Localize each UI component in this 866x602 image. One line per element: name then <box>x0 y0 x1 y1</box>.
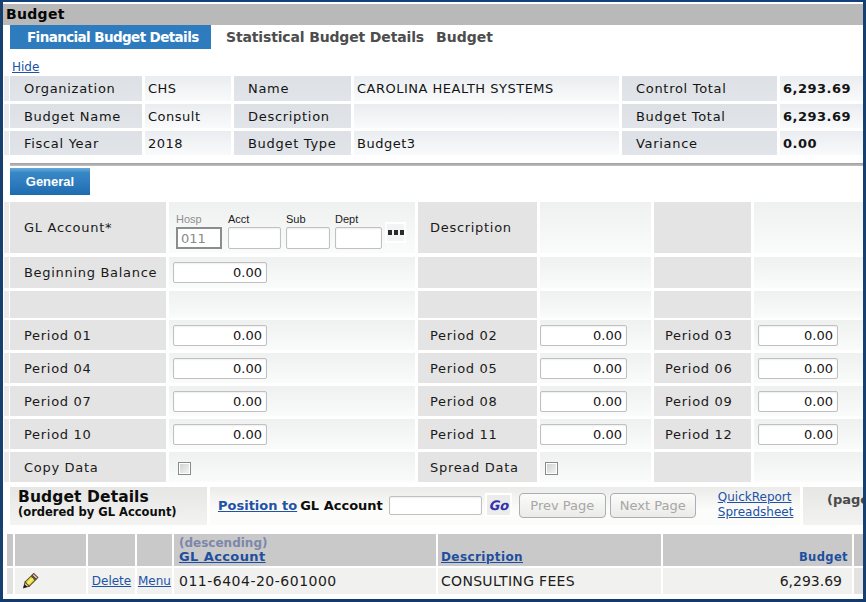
hosp-label: Hosp <box>176 213 222 225</box>
period-03-input[interactable] <box>758 325 838 346</box>
gl-description-label: Description <box>418 202 537 253</box>
period-04-input[interactable] <box>173 358 267 379</box>
bb-empty-field-3 <box>754 257 863 288</box>
budget-type-label: Budget Type <box>234 131 351 155</box>
name-label: Name <box>234 76 351 101</box>
hosp-input[interactable] <box>176 227 222 249</box>
sub-label: Sub <box>286 213 330 225</box>
header-left-sliver <box>7 534 13 566</box>
bb-empty-field-2 <box>540 257 651 288</box>
period-08-input[interactable] <box>540 391 627 412</box>
header-gl-account: (descending) GL Account <box>174 534 436 566</box>
tab-bar: Financial Budget Details Statistical Bud… <box>10 25 493 49</box>
ck-empty-label <box>654 452 751 482</box>
acct-input[interactable] <box>228 227 281 249</box>
window-border-top <box>0 0 866 2</box>
spacer-label-3 <box>654 291 751 318</box>
page-note: (page <box>803 487 863 507</box>
beginning-balance-row: Beginning Balance <box>10 257 863 288</box>
quickreport-link[interactable]: QuickReport <box>718 490 794 506</box>
copy-data-checkbox[interactable] <box>178 462 191 475</box>
budget-name-label: Budget Name <box>10 104 142 128</box>
budget-type-value: Budget3 <box>354 131 619 155</box>
header-budget: Budget <box>663 534 852 566</box>
budget-details-subtitle: (ordered by GL Account) <box>18 506 207 519</box>
bb-empty-label-2 <box>418 257 537 288</box>
gl-account-column-link[interactable]: GL Account <box>179 550 436 564</box>
sub-input[interactable] <box>286 227 330 249</box>
gl-lookup-icon[interactable] <box>385 222 406 243</box>
period-12-label: Period 12 <box>654 419 751 449</box>
gl-account-cell: 011-6404-20-601000 <box>174 568 436 594</box>
spread-data-label: Spread Data <box>418 452 537 482</box>
row-gutter <box>4 386 9 416</box>
prev-page-button[interactable]: Prev Page <box>519 493 606 518</box>
beginning-balance-label: Beginning Balance <box>10 257 166 288</box>
budget-details-table: (descending) GL Account Description Budg… <box>7 534 864 594</box>
window-border-left <box>0 0 3 602</box>
period-09-input[interactable] <box>758 391 838 412</box>
description-value <box>354 104 619 128</box>
beginning-balance-input[interactable] <box>173 262 267 283</box>
budget-cell: 6,293.69 <box>663 568 852 594</box>
row-gutter <box>4 291 9 318</box>
period-07-input[interactable] <box>173 391 267 412</box>
period-row-4: Period 10 Period 11 Period 12 <box>10 419 863 449</box>
budget-column-label: Budget <box>799 550 848 564</box>
tab-general[interactable]: General <box>10 168 90 195</box>
period-05-input[interactable] <box>540 358 627 379</box>
position-gl-account-label: GL Account <box>300 498 383 513</box>
period-08-label: Period 08 <box>418 386 537 416</box>
ck-empty-field <box>754 452 863 482</box>
period-01-input[interactable] <box>173 325 267 346</box>
spread-data-checkbox[interactable] <box>545 462 558 475</box>
spacer-label-1 <box>10 291 166 318</box>
delete-link[interactable]: Delete <box>92 574 131 588</box>
section-divider <box>10 163 863 166</box>
period-02-input[interactable] <box>540 325 627 346</box>
variance-label: Variance <box>622 131 777 155</box>
description-column-link[interactable]: Description <box>441 550 523 564</box>
period-row-3: Period 07 Period 08 Period 09 <box>10 386 863 416</box>
period-09-label: Period 09 <box>654 386 751 416</box>
edit-cell <box>15 568 86 594</box>
go-button[interactable]: Go <box>485 493 512 517</box>
period-row-1: Period 01 Period 02 Period 03 <box>10 320 863 350</box>
tab-budget[interactable]: Budget <box>436 25 493 49</box>
budget-entry-form: GL Account* Hosp Acct Sub <box>10 202 863 482</box>
spacer-field-1 <box>169 291 415 318</box>
budget-info-panel: Organization CHS Name CAROLINA HEALTH SY… <box>10 76 863 155</box>
period-12-input[interactable] <box>758 424 838 445</box>
period-10-input[interactable] <box>173 424 267 445</box>
dept-label: Dept <box>335 213 382 225</box>
period-11-input[interactable] <box>540 424 627 445</box>
copy-data-label: Copy Data <box>10 452 166 482</box>
edit-pencil-icon[interactable] <box>21 573 39 590</box>
spreadsheet-link[interactable]: Spreadsheet <box>718 505 794 521</box>
header-description: Description <box>438 534 661 566</box>
period-06-input[interactable] <box>758 358 838 379</box>
position-to-input[interactable] <box>389 496 482 515</box>
organization-value: CHS <box>145 76 231 101</box>
row-gutter <box>4 452 9 482</box>
gl-account-fields: Hosp Acct Sub Dept <box>169 202 415 253</box>
control-total-value: 6,293.69 <box>780 76 863 101</box>
fiscal-year-label: Fiscal Year <box>10 131 142 155</box>
budget-details-heading: Budget Details (ordered by GL Account) <box>10 487 207 525</box>
position-to-link[interactable]: Position to <box>218 498 297 513</box>
budget-total-value: 6,293.69 <box>780 104 863 128</box>
next-page-button[interactable]: Next Page <box>610 493 696 518</box>
menu-link[interactable]: Menu <box>138 574 171 588</box>
page-indicator: (page <box>803 487 863 525</box>
dept-input[interactable] <box>335 227 382 249</box>
spacer-field-2 <box>540 291 651 318</box>
hide-link[interactable]: Hide <box>12 60 39 74</box>
budget-name-value: Consult <box>145 104 231 128</box>
budget-details-toolbar: Budget Details (ordered by GL Account) P… <box>10 487 863 525</box>
period-03-label: Period 03 <box>654 320 751 350</box>
tab-financial-budget-details[interactable]: Financial Budget Details <box>10 25 211 49</box>
row-gutter <box>4 419 9 449</box>
position-controls: Position to GL Account Go Prev Page Next… <box>210 487 800 525</box>
gl-account-label: GL Account* <box>10 202 166 253</box>
tab-statistical-budget-details[interactable]: Statistical Budget Details <box>226 25 424 49</box>
